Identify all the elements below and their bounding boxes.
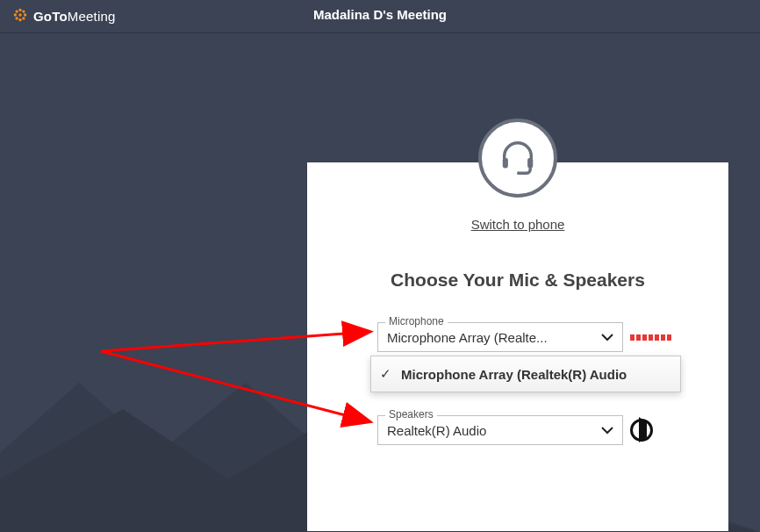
microphone-legend: Microphone [385,315,448,327]
headset-circle [478,119,557,198]
svg-point-0 [18,13,21,16]
microphone-dropdown-option[interactable]: ✓ Microphone Array (Realtek(R) Audio [378,362,673,386]
svg-rect-12 [527,158,533,169]
svg-point-8 [22,17,25,19]
app-logo: GoToMeeting [12,7,116,26]
svg-point-3 [14,13,17,16]
headset-icon [498,136,538,180]
logo-flower-icon [12,7,28,26]
app-header: GoToMeeting Madalina D's Meeting [0,0,760,33]
check-icon: ✓ [378,366,392,382]
svg-point-7 [15,17,18,19]
svg-point-4 [24,13,26,16]
speakers-legend: Speakers [385,408,437,421]
microphone-select[interactable]: Microphone Microphone Array (Realte... [377,322,623,352]
logo-text-bold: GoTo [33,9,68,24]
microphone-selected-value: Microphone Array (Realte... [387,330,599,345]
microphone-dropdown-option-label: Microphone Array (Realtek(R) Audio [401,367,627,382]
meeting-title: Madalina D's Meeting [313,7,447,22]
play-icon [637,422,647,438]
switch-to-phone-link[interactable]: Switch to phone [471,217,565,232]
audio-setup-card: Switch to phone Choose Your Mic & Speake… [307,162,728,531]
logo-text: GoToMeeting [33,9,116,24]
svg-point-2 [18,18,21,20]
svg-point-5 [15,10,18,12]
svg-point-13 [517,171,520,175]
chevron-down-icon [599,423,615,437]
svg-point-6 [22,10,25,12]
speakers-selected-value: Realtek(R) Audio [387,423,599,438]
svg-point-1 [18,8,21,11]
card-title: Choose Your Mic & Speakers [307,270,728,291]
microphone-dropdown-list[interactable]: ✓ Microphone Array (Realtek(R) Audio [370,356,681,392]
mic-level-indicator [630,334,671,341]
chevron-down-icon [599,330,615,344]
logo-text-thin: Meeting [68,9,116,24]
svg-rect-11 [503,158,508,169]
test-speakers-button[interactable] [630,419,653,442]
speakers-select[interactable]: Speakers Realtek(R) Audio [377,415,623,445]
